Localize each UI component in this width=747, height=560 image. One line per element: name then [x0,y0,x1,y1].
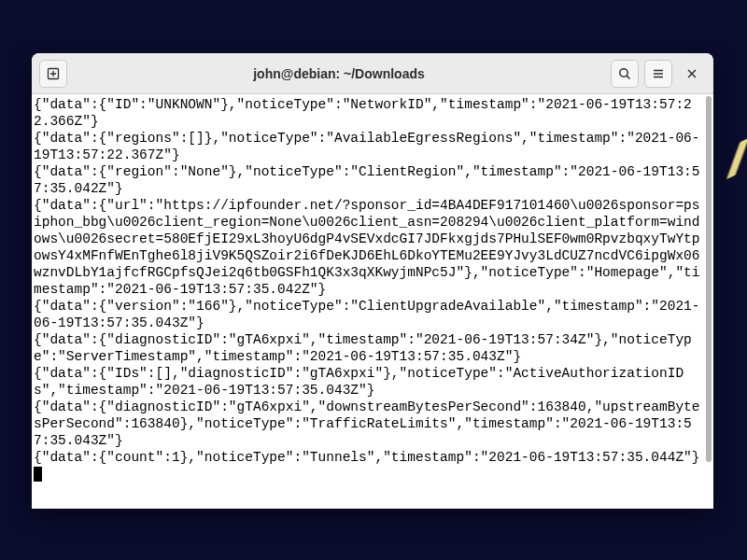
new-tab-icon [46,66,61,81]
window-title: john@debian: ~/Downloads [73,66,605,81]
titlebar-right-group [611,60,706,88]
terminal-line: {"data":{"version":"166"},"noticeType":"… [34,298,708,331]
terminal-line: {"data":{"IDs":[],"diagnosticID":"gTA6xp… [34,365,708,399]
terminal-line: {"data":{"count":1},"noticeType":"Tunnel… [34,449,708,466]
terminal-output[interactable]: {"data":{"ID":"UNKNOWN"},"noticeType":"N… [32,94,713,509]
search-button[interactable] [611,60,639,88]
titlebar: john@debian: ~/Downloads [32,53,713,94]
terminal-cursor [34,467,42,482]
scrollbar[interactable] [704,94,713,509]
svg-line-4 [627,76,629,78]
hamburger-icon [651,66,666,81]
terminal-line: {"data":{"url":"https://ipfounder.net/?s… [34,197,708,298]
wallpaper-accent [715,138,747,179]
search-icon [617,66,632,81]
scrollbar-thumb[interactable] [706,96,712,462]
svg-point-3 [620,68,627,76]
terminal-line: {"data":{"diagnosticID":"gTA6xpxi","time… [34,331,708,365]
menu-button[interactable] [644,60,672,88]
close-button[interactable] [678,60,706,88]
terminal-line: {"data":{"region":"None"},"noticeType":"… [34,163,708,197]
close-icon [685,67,698,80]
terminal-line: {"data":{"ID":"UNKNOWN"},"noticeType":"N… [34,96,708,130]
terminal-line: {"data":{"diagnosticID":"gTA6xpxi","down… [34,399,708,449]
terminal-window: john@debian: ~/Downloads {"data":{"ID":"… [32,53,713,509]
terminal-line: {"data":{"regions":[]},"noticeType":"Ava… [34,130,708,163]
new-tab-button[interactable] [39,60,67,88]
